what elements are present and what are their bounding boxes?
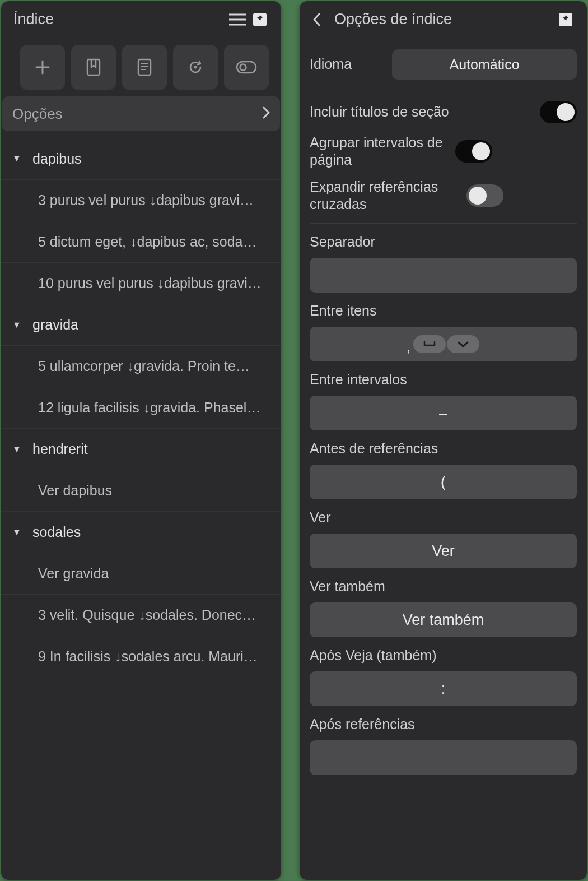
disclosure-triangle-icon: ▼ bbox=[12, 154, 27, 164]
disclosure-triangle-icon: ▼ bbox=[12, 444, 27, 455]
after-see-label: Após Veja (também) bbox=[310, 647, 577, 664]
include-section-titles-row: Incluir títulos de seção bbox=[310, 95, 577, 129]
tree-group-label: hendrerit bbox=[32, 441, 88, 457]
tree-item-label: Ver dapibus bbox=[38, 483, 112, 499]
see-label: Ver bbox=[310, 509, 577, 526]
tree-item-label: 3 velit. Quisque ↓sodales. Donec… bbox=[38, 607, 256, 623]
tree-item[interactable]: 5 dictum eget, ↓dapibus ac, soda… bbox=[1, 221, 281, 262]
tree-group: ▼sodalesVer gravida3 velit. Quisque ↓sod… bbox=[1, 511, 281, 677]
include-section-titles-label: Incluir títulos de seção bbox=[310, 103, 540, 120]
include-section-titles-toggle[interactable] bbox=[540, 101, 577, 123]
group-page-ranges-toggle[interactable] bbox=[455, 140, 492, 163]
expand-cross-refs-row: Expandir referências cruzadas bbox=[310, 174, 577, 218]
tree-item[interactable]: 5 ullamcorper ↓gravida. Proin te… bbox=[1, 345, 281, 387]
see-input[interactable]: Ver bbox=[310, 534, 577, 568]
list-button[interactable] bbox=[122, 45, 167, 90]
separator-field: Separador bbox=[310, 234, 577, 293]
pin-icon[interactable] bbox=[249, 8, 271, 31]
group-page-ranges-row: Agrupar intervalos de página bbox=[310, 129, 577, 174]
tree-group-label: sodales bbox=[32, 524, 81, 540]
tree-item[interactable]: Ver dapibus bbox=[1, 470, 281, 511]
refresh-button[interactable] bbox=[173, 45, 218, 90]
index-title: Índice bbox=[13, 11, 226, 28]
bookmark-button[interactable] bbox=[71, 45, 116, 90]
options-title: Opções de índice bbox=[334, 11, 554, 28]
see-also-field: Ver também Ver também bbox=[310, 578, 577, 637]
options-header: Opções de índice bbox=[300, 1, 587, 38]
tree-group-label: gravida bbox=[32, 317, 78, 333]
tree-item[interactable]: 9 In facilisis ↓sodales arcu. Mauri… bbox=[1, 636, 281, 677]
see-field: Ver Ver bbox=[310, 509, 577, 568]
before-refs-input[interactable]: ( bbox=[310, 465, 577, 499]
options-label: Opções bbox=[12, 105, 262, 123]
tree-item-label: 10 purus vel purus ↓dapibus gravi… bbox=[38, 275, 262, 291]
tree-item-label: 9 In facilisis ↓sodales arcu. Mauri… bbox=[38, 648, 258, 665]
separator-input[interactable] bbox=[310, 258, 577, 293]
tree-group-header[interactable]: ▼gravida bbox=[1, 304, 281, 345]
separator-label: Separador bbox=[310, 234, 577, 250]
between-ranges-label: Entre intervalos bbox=[310, 372, 577, 388]
see-also-input[interactable]: Ver também bbox=[310, 602, 577, 637]
tree-item-label: Ver gravida bbox=[38, 565, 109, 582]
tree-item-label: 3 purus vel purus ↓dapibus gravi… bbox=[38, 192, 254, 208]
after-refs-label: Após referências bbox=[310, 716, 577, 732]
between-items-input[interactable]: , bbox=[310, 327, 577, 361]
after-refs-input[interactable] bbox=[310, 740, 577, 775]
tree-item[interactable]: 3 velit. Quisque ↓sodales. Donec… bbox=[1, 594, 281, 636]
tree-item-label: 5 ullamcorper ↓gravida. Proin te… bbox=[38, 358, 250, 374]
before-refs-label: Antes de referências bbox=[310, 440, 577, 457]
after-see-input[interactable]: : bbox=[310, 671, 577, 706]
chevron-right-icon bbox=[262, 106, 270, 122]
tree-item-label: 12 ligula facilisis ↓gravida. Phasel… bbox=[38, 400, 260, 416]
tree-group-header[interactable]: ▼sodales bbox=[1, 511, 281, 553]
tree-group: ▼dapibus3 purus vel purus ↓dapibus gravi… bbox=[1, 138, 281, 304]
tree-item[interactable]: Ver gravida bbox=[1, 553, 281, 594]
svg-point-5 bbox=[240, 64, 246, 71]
tree-item[interactable]: 10 purus vel purus ↓dapibus gravi… bbox=[1, 262, 281, 304]
svg-point-3 bbox=[194, 66, 197, 69]
disclosure-triangle-icon: ▼ bbox=[12, 320, 27, 330]
index-toolbar bbox=[1, 38, 281, 96]
space-token-icon bbox=[413, 335, 446, 353]
after-see-field: Após Veja (também) : bbox=[310, 647, 577, 706]
hamburger-menu-icon[interactable] bbox=[226, 8, 249, 31]
tree-group: ▼hendreritVer dapibus bbox=[1, 428, 281, 511]
index-tree: ▼dapibus3 purus vel purus ↓dapibus gravi… bbox=[1, 131, 281, 880]
language-select[interactable]: Automático bbox=[392, 49, 577, 80]
expand-cross-refs-label: Expandir referências cruzadas bbox=[310, 178, 466, 214]
language-label: Idioma bbox=[310, 55, 392, 73]
language-value: Automático bbox=[449, 57, 519, 73]
disclosure-triangle-icon: ▼ bbox=[12, 527, 27, 537]
expand-cross-refs-toggle[interactable] bbox=[466, 184, 503, 207]
index-panel: Índice Opçõ bbox=[1, 1, 281, 880]
tree-group-label: dapibus bbox=[32, 151, 82, 167]
between-ranges-field: Entre intervalos – bbox=[310, 372, 577, 430]
before-refs-field: Antes de referências ( bbox=[310, 440, 577, 499]
group-page-ranges-label: Agrupar intervalos de página bbox=[310, 134, 455, 169]
back-button[interactable] bbox=[312, 12, 332, 27]
chevron-down-icon[interactable] bbox=[447, 335, 479, 353]
between-items-label: Entre itens bbox=[310, 303, 577, 319]
tree-group: ▼gravida5 ullamcorper ↓gravida. Proin te… bbox=[1, 304, 281, 428]
between-items-field: Entre itens , bbox=[310, 303, 577, 361]
add-button[interactable] bbox=[20, 45, 65, 90]
tree-item-label: 5 dictum eget, ↓dapibus ac, soda… bbox=[38, 234, 257, 250]
options-row[interactable]: Opções bbox=[2, 96, 280, 131]
after-refs-field: Após referências bbox=[310, 716, 577, 775]
pin-icon[interactable] bbox=[554, 8, 577, 31]
tree-group-header[interactable]: ▼hendrerit bbox=[1, 428, 281, 470]
between-items-prefix: , bbox=[407, 338, 411, 355]
options-panel: Opções de índice Idioma Automático Inclu… bbox=[300, 1, 587, 880]
tree-item[interactable]: 3 purus vel purus ↓dapibus gravi… bbox=[1, 179, 281, 221]
see-also-label: Ver também bbox=[310, 578, 577, 595]
tree-group-header[interactable]: ▼dapibus bbox=[1, 138, 281, 179]
between-ranges-input[interactable]: – bbox=[310, 396, 577, 430]
svg-rect-1 bbox=[87, 59, 100, 75]
tree-item[interactable]: 12 ligula facilisis ↓gravida. Phasel… bbox=[1, 387, 281, 428]
index-header: Índice bbox=[1, 1, 281, 38]
language-row: Idioma Automático bbox=[310, 38, 577, 89]
toggle-view-button[interactable] bbox=[224, 45, 269, 90]
